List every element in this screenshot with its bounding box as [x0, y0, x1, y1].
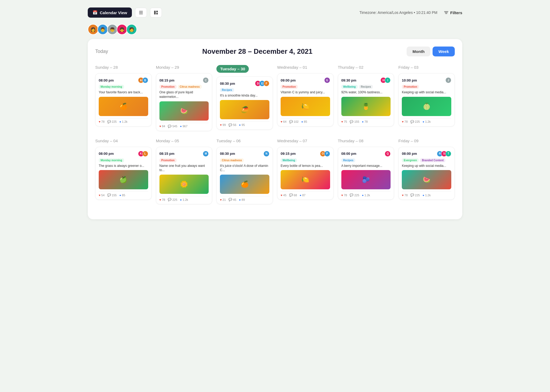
heart-stat: ♥ 45 [281, 194, 287, 197]
post-avatars: KL [138, 151, 148, 157]
heart-stat: ♥ 21 [220, 198, 226, 201]
heart-stat: ♥ 78 [159, 198, 165, 201]
post-card[interactable]: 08:00 pmABMonday morningYour favorite fl… [95, 73, 152, 126]
share-stat: ● 967 [180, 125, 188, 128]
post-avatar: N [263, 151, 269, 157]
post-image: 🍊 [99, 97, 148, 116]
heart-icon: ♥ [341, 194, 343, 197]
heart-count: 64 [283, 120, 287, 123]
grid-view-button[interactable] [150, 8, 162, 17]
share-count: 89 [242, 198, 245, 201]
post-stats: ♥ 78💬 225● 1.2k [402, 191, 451, 197]
post-tags: WellbeingRecipes [341, 85, 391, 89]
post-time: 09:00 pm [281, 78, 296, 82]
post-image: 🍋 [281, 170, 330, 189]
day-col-week1-0: Sunday – 2808:00 pmABMonday morningYour … [95, 65, 152, 131]
avatar-3[interactable]: 👦 [107, 24, 118, 35]
heart-count: 21 [223, 198, 226, 201]
comment-stat: 💬 155 [350, 120, 359, 124]
comment-icon: 💬 [228, 123, 232, 127]
day-label: Wednesday – 01 [277, 65, 334, 70]
post-card[interactable]: 09:00 pmGPromotionVitamin C is yummy and… [277, 73, 334, 126]
post-card-header: 08:30 pmN [220, 151, 269, 157]
post-card[interactable]: 09:15 pmOPWellbeingEvery bottle of lemon… [277, 147, 334, 200]
post-tags: Monday morning [99, 158, 148, 162]
topbar-right: Timezone: America/Los Angeles • 10:21:40… [359, 10, 462, 15]
post-card[interactable]: 08:15 pmMPromotionName one fruit you alw… [156, 147, 212, 205]
avatar-2[interactable]: 👨 [97, 24, 108, 35]
avatar-5[interactable]: 🧑 [126, 24, 137, 35]
comment-stat: 💬 225 [410, 120, 420, 124]
heart-count: 78 [344, 194, 347, 197]
post-tag: Recipes [359, 85, 373, 89]
post-text: Every bottle of lemon is pea... [281, 164, 330, 168]
share-stat: ● 85 [119, 194, 125, 197]
post-avatar: C [203, 77, 209, 83]
day-label: Tuesday – 30 [216, 65, 249, 73]
comment-stat: 💬 102 [289, 120, 299, 124]
comment-icon: 💬 [289, 120, 293, 124]
post-avatars: Q [385, 151, 391, 157]
month-button[interactable]: Month [407, 47, 430, 56]
week-button[interactable]: Week [433, 47, 455, 56]
day-col-week1-5: Friday – 0310:00 pmJPromotionKeeping up … [398, 65, 455, 131]
filters-button[interactable]: Filters [444, 10, 462, 15]
post-image: 🫐 [341, 170, 391, 189]
post-card[interactable]: 10:00 pmJPromotionKeeping up with social… [398, 73, 455, 126]
post-text: Name one fruit you always want to... [159, 164, 209, 173]
post-avatars: M [203, 151, 209, 157]
calendar-view-label: Calendar View [100, 10, 127, 15]
comment-icon: 💬 [350, 120, 353, 124]
share-count: 85 [304, 120, 307, 123]
day-label: Sunday – 04 [95, 139, 152, 143]
share-stat: ● 85 [301, 120, 307, 123]
svg-rect-5 [156, 13, 158, 14]
heart-icon: ♥ [159, 198, 161, 201]
list-view-button[interactable] [135, 8, 147, 17]
comment-stat: 💬 155 [107, 193, 117, 197]
share-count: 1.2k [364, 194, 370, 197]
post-time: 10:00 pm [402, 78, 417, 82]
share-stat: ● 89 [239, 198, 245, 201]
calendar-view-button[interactable]: 📅 Calendar View [88, 7, 132, 18]
share-icon: ● [301, 120, 303, 123]
post-card[interactable]: 09:30 pmHIWellbeingRecipes92% water, 100… [338, 73, 394, 126]
post-tag: Monday morning [99, 85, 124, 89]
comment-stat: 💬 56 [228, 123, 236, 127]
share-count: 87 [302, 194, 305, 197]
avatar-4[interactable]: 👧 [117, 24, 127, 35]
comment-count: 545 [172, 125, 177, 128]
share-count: 1.2k [122, 120, 128, 123]
post-card[interactable]: 08:30 pmDEFRecipesIt's a smoothie kinda … [216, 76, 273, 130]
post-card[interactable]: 08:00 pmQRecipesA berry important messag… [338, 147, 394, 200]
heart-icon: ♥ [402, 120, 404, 123]
avatars-row: 👩 👨 👦 👧 🧑 [88, 22, 462, 39]
share-count: 1.2k [425, 194, 431, 197]
heart-icon: ♥ [220, 198, 222, 201]
comment-count: 225 [354, 194, 359, 197]
post-card[interactable]: 08:00 pmKLMonday morningThe grass is alw… [95, 147, 152, 200]
heart-icon: ♥ [341, 120, 343, 123]
post-card[interactable]: 08:15 pmCPromotionCitrus madnessOne glas… [156, 73, 212, 131]
post-card[interactable]: 08:00 pmRSTEvergreenBranded ContentKeepi… [398, 147, 455, 200]
post-card[interactable]: 08:30 pmNCitrus madnessIt's juice o'cloc… [216, 147, 273, 205]
share-count: 85 [122, 194, 125, 197]
post-image: 🍉 [159, 101, 209, 121]
post-stats: ♥ 78💬 225● 1.2k [341, 191, 391, 197]
comment-icon: 💬 [228, 198, 232, 201]
share-icon: ● [362, 120, 364, 123]
post-tags: Promotion [159, 158, 209, 162]
post-tags: Promotion [402, 85, 451, 89]
share-icon: ● [239, 123, 241, 126]
comment-icon: 💬 [168, 198, 171, 201]
comment-count: 56 [233, 123, 236, 126]
day-label: Wednesday – 07 [277, 139, 334, 143]
svg-rect-2 [139, 14, 143, 14]
heart-count: 54 [101, 194, 105, 197]
post-tag: Recipes [341, 158, 355, 162]
heart-icon: ♥ [159, 125, 161, 128]
calendar-nav: Month Week [407, 47, 455, 56]
comment-count: 45 [233, 198, 236, 201]
day-label: Monday – 05 [156, 139, 212, 143]
avatar-1[interactable]: 👩 [88, 24, 98, 35]
